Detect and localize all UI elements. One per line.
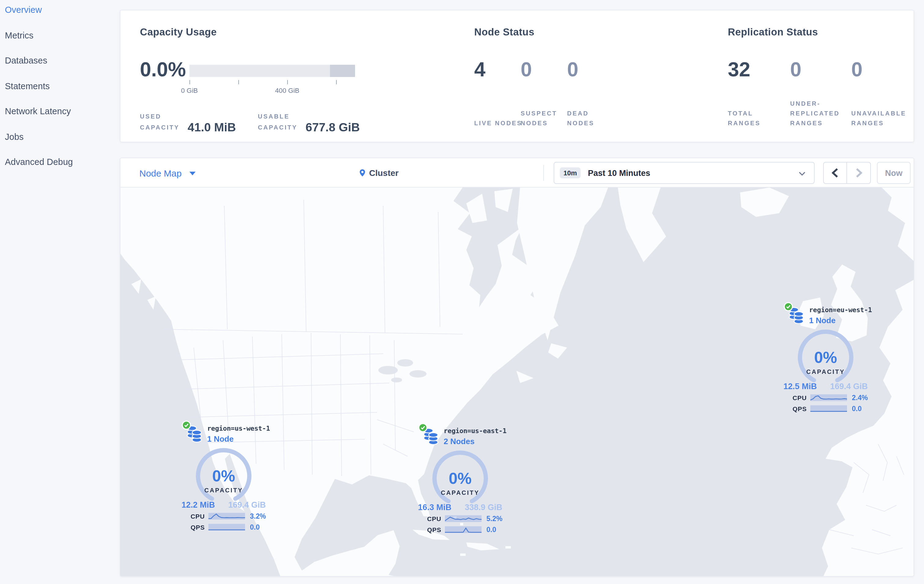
qps-sparkline bbox=[445, 525, 482, 534]
usable-capacity-stat: USABLE CAPACITY 677.8 GiB bbox=[258, 111, 360, 133]
region-label: region=us-east-1 bbox=[444, 427, 507, 435]
cpu-row: CPU 5.2% bbox=[414, 514, 506, 523]
toolbar-divider bbox=[543, 165, 544, 181]
node-count: 1 Node bbox=[809, 316, 872, 325]
sidebar-item-jobs[interactable]: Jobs bbox=[0, 124, 120, 150]
sidebar-item-advanced-debug[interactable]: Advanced Debug bbox=[0, 150, 120, 175]
cpu-value: 2.4% bbox=[852, 394, 868, 401]
time-prev-button[interactable] bbox=[824, 163, 847, 183]
view-mode-dropdown[interactable]: Node Map bbox=[139, 158, 196, 188]
used-capacity-label: USED CAPACITY bbox=[140, 111, 180, 133]
sidebar-item-databases[interactable]: Databases bbox=[0, 48, 120, 74]
time-range-label: Past 10 Minutes bbox=[588, 168, 650, 178]
cpu-row: CPU 2.4% bbox=[780, 393, 871, 402]
total-ranges-label: TOTAL RANGES bbox=[728, 109, 779, 128]
qps-label: QPS bbox=[423, 526, 441, 533]
chevron-down-icon bbox=[190, 172, 196, 175]
total-ranges-count: 32 bbox=[728, 58, 750, 81]
live-nodes-label: LIVE NODES bbox=[474, 118, 526, 128]
live-nodes-count: 4 bbox=[474, 58, 485, 81]
marker-labels: region=eu-west-1 1 Node bbox=[809, 306, 872, 329]
node-count: 2 Nodes bbox=[444, 437, 507, 446]
under-replicated-label: UNDER-REPLICATED RANGES bbox=[790, 99, 842, 128]
marker-labels: region=us-west-1 1 Node bbox=[207, 424, 270, 448]
qps-sparkline bbox=[810, 405, 847, 413]
breadcrumb-label: Cluster bbox=[369, 168, 398, 178]
healthy-check-icon bbox=[182, 420, 191, 430]
qps-value: 0.0 bbox=[487, 526, 496, 533]
capacity-tick-label-400: 400 GiB bbox=[269, 87, 305, 94]
cpu-sparkline bbox=[810, 393, 847, 402]
usable-capacity-value: 677.8 GiB bbox=[305, 120, 360, 134]
breadcrumb-cluster[interactable]: Cluster bbox=[358, 158, 398, 188]
cpu-row: CPU 3.2% bbox=[178, 512, 269, 520]
capacity-percent: 0.0% bbox=[140, 58, 186, 81]
gauge-capacity-word: CAPACITY bbox=[806, 368, 845, 375]
node-marker-us-west-1[interactable]: region=us-west-1 1 Node 0% CAPACITY 12.2… bbox=[178, 424, 269, 531]
capacity-tick bbox=[190, 80, 190, 84]
view-mode-label: Node Map bbox=[139, 168, 182, 178]
sidebar-item-statements[interactable]: Statements bbox=[0, 74, 120, 99]
gauge-percent: 0% bbox=[814, 349, 837, 366]
qps-value: 0.0 bbox=[852, 405, 862, 412]
qps-label: QPS bbox=[186, 523, 205, 531]
capacity-gauge: 0% CAPACITY bbox=[192, 448, 256, 507]
gauge-percent: 0% bbox=[449, 469, 472, 487]
capacity-tick bbox=[238, 80, 239, 84]
map-toolbar: Node Map Cluster 10m Past 10 Minutes bbox=[120, 158, 914, 188]
database-stack-icon bbox=[423, 427, 439, 445]
cpu-label: CPU bbox=[186, 513, 205, 520]
qps-row: QPS 0.0 bbox=[414, 525, 506, 534]
qps-sparkline bbox=[208, 523, 245, 531]
suspect-nodes-label: SUSPECT NODES bbox=[521, 109, 572, 128]
dead-nodes-label: DEAD NODES bbox=[567, 109, 619, 128]
time-range-select[interactable]: 10m Past 10 Minutes bbox=[554, 162, 815, 184]
sidebar-item-network-latency[interactable]: Network Latency bbox=[0, 99, 120, 124]
gauge-capacity-word: CAPACITY bbox=[441, 489, 479, 496]
sidebar-item-metrics[interactable]: Metrics bbox=[0, 23, 120, 48]
region-label: region=eu-west-1 bbox=[809, 306, 872, 314]
capacity-gauge: 0% CAPACITY bbox=[428, 450, 492, 509]
db-console-page: Overview Metrics Databases Statements Ne… bbox=[0, 0, 924, 584]
capacity-tick-label-0: 0 GiB bbox=[171, 87, 208, 94]
cpu-value: 3.2% bbox=[250, 513, 266, 520]
node-count: 1 Node bbox=[207, 434, 270, 444]
sidebar-nav-list: Overview Metrics Databases Statements Ne… bbox=[0, 0, 120, 175]
cpu-sparkline bbox=[445, 514, 482, 523]
world-map[interactable]: region=us-west-1 1 Node 0% CAPACITY 12.2… bbox=[120, 188, 914, 577]
node-status-title: Node Status bbox=[474, 26, 535, 38]
used-capacity-stat: USED CAPACITY 41.0 MiB bbox=[140, 111, 236, 133]
replication-status-title: Replication Status bbox=[728, 26, 818, 38]
marker-header: region=us-east-1 2 Nodes bbox=[414, 427, 506, 450]
region-label: region=us-west-1 bbox=[207, 424, 270, 433]
node-marker-us-east-1[interactable]: region=us-east-1 2 Nodes 0% CAPACITY 16.… bbox=[414, 427, 506, 534]
unavailable-ranges-count: 0 bbox=[851, 58, 863, 81]
chevron-down-icon bbox=[799, 172, 805, 176]
capacity-tick bbox=[287, 80, 288, 84]
time-step-buttons bbox=[823, 162, 871, 184]
unavailable-ranges-label: UNAVAILABLE RANGES bbox=[851, 109, 903, 128]
cpu-label: CPU bbox=[423, 515, 441, 522]
sidebar-item-overview[interactable]: Overview bbox=[0, 0, 120, 23]
marker-labels: region=us-east-1 2 Nodes bbox=[444, 427, 507, 450]
qps-row: QPS 0.0 bbox=[780, 405, 871, 413]
node-marker-eu-west-1[interactable]: region=eu-west-1 1 Node 0% CAPACITY 12.5… bbox=[780, 306, 871, 413]
marker-header: region=us-west-1 1 Node bbox=[178, 424, 269, 448]
capacity-gauge: 0% CAPACITY bbox=[794, 329, 857, 388]
qps-value: 0.0 bbox=[250, 523, 260, 531]
map-pin-icon bbox=[358, 168, 367, 178]
cluster-summary-panel: Capacity Usage 0.0% 0 GiB 400 GiB USED C… bbox=[120, 10, 914, 142]
gauge-capacity-word: CAPACITY bbox=[205, 487, 243, 494]
qps-row: QPS 0.0 bbox=[178, 523, 269, 531]
gauge-percent: 0% bbox=[212, 467, 235, 485]
healthy-check-icon bbox=[418, 423, 428, 433]
cpu-label: CPU bbox=[788, 394, 807, 401]
time-next-button[interactable] bbox=[847, 163, 870, 183]
marker-header: region=eu-west-1 1 Node bbox=[780, 306, 871, 329]
cpu-sparkline bbox=[208, 512, 245, 520]
capacity-bar-reserved-segment bbox=[330, 65, 355, 77]
database-stack-icon bbox=[788, 306, 804, 324]
under-replicated-count: 0 bbox=[790, 58, 802, 81]
used-capacity-value: 41.0 MiB bbox=[188, 120, 236, 134]
now-button[interactable]: Now bbox=[877, 162, 911, 184]
